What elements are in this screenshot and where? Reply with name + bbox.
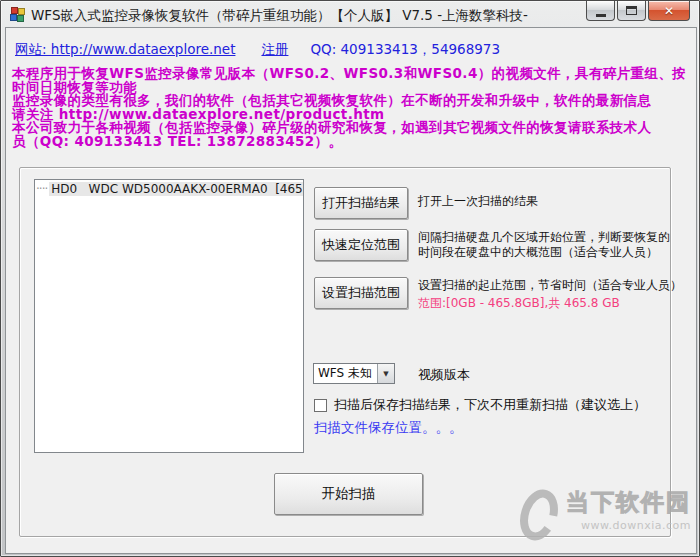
close-icon: ✕ — [664, 4, 674, 18]
save-result-checkbox[interactable] — [314, 399, 327, 412]
register-link[interactable]: 注册 — [261, 41, 288, 57]
minimize-button[interactable] — [586, 1, 615, 21]
set-scan-range-desc: 设置扫描的起止范围，节省时间（适合专业人员） — [418, 278, 674, 293]
save-result-row: 扫描后保存扫描结果，下次不用重新扫描（建议选上） — [314, 396, 646, 414]
scan-range-value: 范围:[0GB - 465.8GB],共 465.8 GB — [418, 295, 620, 312]
website-link[interactable]: 网站: http://www.dataexplore.net — [15, 41, 235, 57]
start-scan-button[interactable]: 开始扫描 — [274, 473, 423, 515]
minimize-icon — [596, 14, 606, 17]
app-window: WFS嵌入式监控录像恢复软件（带碎片重组功能）【个人版】 V7.5 -上海数擎科… — [0, 0, 700, 557]
tree-branch-icon: ···· — [36, 182, 47, 196]
close-button[interactable]: ✕ — [648, 1, 690, 21]
app-icon — [10, 7, 26, 22]
dropdown-button[interactable]: ▼ — [377, 364, 394, 383]
quick-locate-range-desc: 间隔扫描硬盘几个区域开始位置，判断要恢复的时间段在硬盘中的大概范围（适合专业人员… — [418, 230, 674, 260]
video-version-value: WFS 未知 — [314, 365, 377, 382]
qq-contact-text: QQ: 409133413，54968973 — [310, 41, 500, 57]
chevron-down-icon: ▼ — [383, 370, 388, 378]
window-title: WFS嵌入式监控录像恢复软件（带碎片重组功能）【个人版】 V7.5 -上海数擎科… — [31, 7, 528, 25]
device-label: HD0 WDC WD5000AAKX-00ERMA0 [465.8G] — [49, 182, 304, 196]
video-version-select[interactable]: WFS 未知 ▼ — [313, 363, 395, 384]
device-list-item[interactable]: ···· HD0 WDC WD5000AAKX-00ERMA0 [465.8G] — [36, 182, 302, 196]
intro-line: 员（QQ: 409133413 TEL: 13872883452）。 — [12, 135, 672, 149]
scan-groupbox: ···· HD0 WDC WD5000AAKX-00ERMA0 [465.8G]… — [19, 167, 671, 537]
client-area: 网站: http://www.dataexplore.net注册QQ: 4091… — [5, 27, 697, 554]
set-scan-range-button[interactable]: 设置扫描范围 — [314, 277, 408, 309]
scan-file-location-link[interactable]: 扫描文件保存位置。。。 — [314, 419, 463, 437]
video-version-label: 视频版本 — [418, 366, 470, 384]
header-links: 网站: http://www.dataexplore.net注册QQ: 4091… — [15, 41, 500, 59]
intro-text: 本程序用于恢复WFS监控录像常见版本（WFS0.2、WFS0.3和WFS0.4）… — [12, 67, 672, 148]
device-listbox[interactable]: ···· HD0 WDC WD5000AAKX-00ERMA0 [465.8G] — [34, 179, 304, 453]
save-result-label: 扫描后保存扫描结果，下次不用重新扫描（建议选上） — [334, 396, 646, 414]
maximize-button[interactable] — [617, 1, 646, 21]
quick-locate-range-button[interactable]: 快速定位范围 — [314, 229, 408, 261]
title-bar[interactable]: WFS嵌入式监控录像恢复软件（带碎片重组功能）【个人版】 V7.5 -上海数擎科… — [1, 1, 699, 27]
open-scan-result-button[interactable]: 打开扫描结果 — [314, 187, 408, 219]
open-scan-result-desc: 打开上一次扫描的结果 — [418, 194, 668, 209]
maximize-icon — [626, 6, 637, 15]
